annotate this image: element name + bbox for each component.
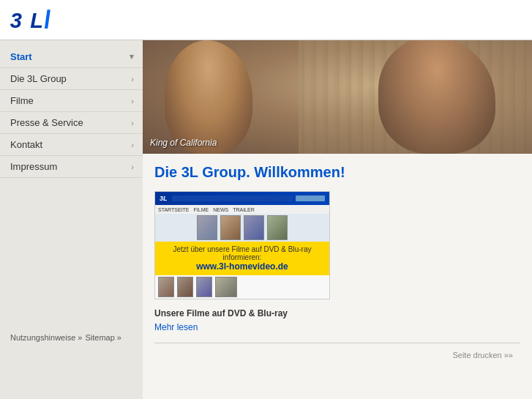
nav-item-label: Die 3L Group [10,73,67,84]
nav-item-chevron-icon: › [131,119,134,127]
page-wrapper: 3 L Start▾Die 3L Group›Filme›Presse & Se… [0,0,532,399]
nav-item-label: Impressum [10,161,57,172]
promo-screenshot: 3L STARTSEITE FILME NEWS TRAILER [155,192,329,242]
hero-image: King of California [143,40,532,154]
promo-bottom [155,275,329,299]
nav-item-label: Kontakt [10,139,42,150]
sidebar-item-impressum[interactable]: Impressum› [0,156,143,178]
sidebar-item-start[interactable]: Start▾ [0,46,143,68]
hero-caption: King of California [150,138,217,148]
logo[interactable]: 3 L [9,7,59,33]
divider [154,343,520,343]
sidebar-item-presse-service[interactable]: Presse & Service› [0,112,143,134]
promo-logo-small: 3L [160,195,168,202]
main-content: King of California Die 3L Group. Willkom… [143,40,532,399]
content-area: Start▾Die 3L Group›Filme›Presse & Servic… [0,40,532,399]
promo-nav-item: FILME [194,207,209,212]
promo-thumb [197,215,217,240]
sidebar: Start▾Die 3L Group›Filme›Presse & Servic… [0,40,143,399]
header: 3 L [0,0,532,40]
nav-item-chevron-icon: › [131,75,134,83]
promo-bottom-thumb [196,277,212,297]
promo-bottom-thumb [215,277,237,297]
nav-item-label: Filme [10,95,34,106]
print-link[interactable]: Seite drucken »» [452,351,513,359]
promo-yellow-bar: Jetzt über unsere Filme auf DVD & Blu-ra… [155,242,329,275]
welcome-section: Die 3L Group. Willkommen! 3L STARTSEITE … [143,154,532,372]
nav-item-chevron-icon: › [131,163,134,171]
sidebar-item-die-3l-group[interactable]: Die 3L Group› [0,68,143,90]
sitemap-link[interactable]: Sitemap » [85,333,121,342]
nav-item-chevron-icon: ▾ [130,52,134,61]
logo-svg: 3 L [9,7,59,33]
nav-item-label: Presse & Service [10,117,83,128]
promo-bottom-thumb [158,277,174,297]
nutzungshinweise-link[interactable]: Nutzungshinweise » [10,333,82,342]
nav-item-chevron-icon: › [131,97,134,105]
sidebar-footer-links: Nutzungshinweise » Sitemap » [0,324,143,348]
promo-header-bar: 3L [155,192,329,205]
promo-thumb [244,215,264,240]
svg-rect-2 [45,10,50,29]
sidebar-item-filme[interactable]: Filme› [0,90,143,112]
sidebar-item-kontakt[interactable]: Kontakt› [0,134,143,156]
promo-thumb [267,215,288,240]
promo-nav-item: TRAILER [233,207,255,212]
promo-nav-bar: STARTSEITE FILME NEWS TRAILER [155,205,329,214]
nav-item-chevron-icon: › [131,141,134,149]
mehr-lesen-link[interactable]: Mehr lesen [154,322,198,332]
svg-text:L: L [30,9,43,32]
promo-thumb [220,215,241,240]
promo-url[interactable]: www.3l-homevideo.de [161,261,323,272]
promo-nav-item: STARTSEITE [158,207,190,212]
print-area: Seite drucken »» [154,349,520,366]
promo-content-area [155,214,329,242]
promo-yellow-text: Jetzt über unsere Filme auf DVD & Blu-ra… [173,245,312,261]
promo-bottom-thumb [177,277,193,297]
welcome-title: Die 3L Group. Willkommen! [154,164,520,181]
hero-figure-right [378,40,495,154]
promo-text: Unsere Filme auf DVD & Blu-ray [154,308,520,318]
nav-item-label: Start [10,51,32,62]
promo-box: 3L STARTSEITE FILME NEWS TRAILER [154,191,330,299]
promo-nav-item: NEWS [213,207,228,212]
hero-figure-left [165,40,252,154]
nav-container: Start▾Die 3L Group›Filme›Presse & Servic… [0,46,143,178]
svg-text:3: 3 [10,9,22,32]
